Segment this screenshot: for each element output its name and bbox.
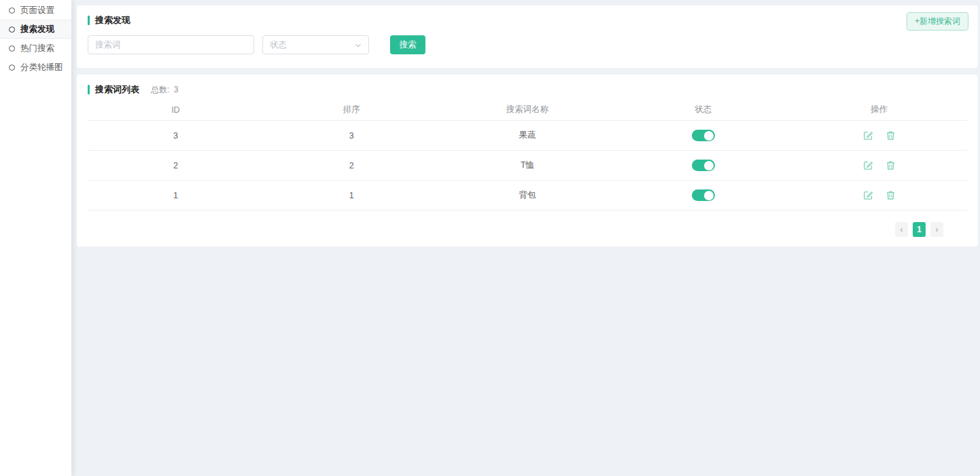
- cell-sort: 1: [264, 191, 440, 200]
- search-button[interactable]: 搜索: [390, 35, 425, 54]
- sidebar-item-label: 页面设置: [20, 5, 54, 16]
- sidebar-item-category-carousel[interactable]: 分类轮播图: [0, 58, 71, 77]
- total-count-label: 总数:: [151, 85, 169, 94]
- title-accent-bar: [88, 85, 90, 94]
- column-header-actions: 操作: [791, 104, 967, 115]
- status-toggle[interactable]: [692, 160, 715, 171]
- cell-name: 背包: [440, 189, 616, 201]
- trash-icon[interactable]: [886, 130, 896, 141]
- status-select-placeholder: 状态: [270, 39, 287, 51]
- filter-card-title-row: 搜索发现: [88, 14, 968, 26]
- table-row: 3 3 果蔬: [88, 121, 967, 151]
- sidebar-item-search-discovery[interactable]: 搜索发现: [0, 20, 71, 39]
- sidebar-item-label: 热门搜索: [20, 43, 54, 54]
- radio-circle-icon: [9, 7, 15, 14]
- toggle-knob: [704, 131, 714, 141]
- radio-circle-icon: [9, 45, 15, 52]
- filter-form-row: 状态 搜索: [88, 35, 968, 54]
- chevron-down-icon: [355, 41, 362, 48]
- cell-status: [615, 189, 791, 201]
- sidebar: 页面设置 搜索发现 热门搜索 分类轮播图: [0, 0, 71, 476]
- title-accent-bar: [88, 16, 90, 25]
- sidebar-item-label: 搜索发现: [20, 24, 54, 35]
- edit-icon[interactable]: [863, 160, 873, 170]
- column-header-status: 状态: [615, 104, 791, 115]
- page-number-button[interactable]: 1: [913, 222, 926, 237]
- sidebar-item-label: 分类轮播图: [20, 62, 63, 73]
- trash-icon[interactable]: [886, 190, 896, 200]
- column-header-id: ID: [88, 105, 264, 115]
- sidebar-item-page-settings[interactable]: 页面设置: [0, 1, 71, 20]
- table-row: 2 2 T恤: [88, 151, 967, 181]
- column-header-sort: 排序: [264, 104, 440, 115]
- table-header-row: ID 排序 搜索词名称 状态 操作: [88, 99, 967, 121]
- add-search-term-button[interactable]: +新增搜索词: [907, 12, 968, 31]
- cell-id: 3: [88, 131, 264, 141]
- trash-icon[interactable]: [886, 160, 896, 170]
- list-title: 搜索词列表: [95, 84, 139, 96]
- status-toggle[interactable]: [692, 189, 715, 201]
- cell-name: 果蔬: [440, 130, 616, 141]
- toggle-knob: [704, 161, 714, 170]
- edit-icon[interactable]: [863, 130, 873, 141]
- radio-circle-icon: [9, 65, 15, 71]
- cell-actions: [791, 130, 967, 141]
- status-select[interactable]: 状态: [262, 35, 369, 54]
- edit-icon[interactable]: [863, 190, 873, 200]
- cell-sort: 2: [264, 161, 440, 170]
- radio-circle-icon: [9, 26, 15, 33]
- sidebar-item-hot-search[interactable]: 热门搜索: [0, 39, 71, 58]
- cell-actions: [791, 190, 967, 200]
- page-title: 搜索发现: [95, 14, 130, 26]
- pagination: ‹ 1 ›: [88, 222, 943, 237]
- toggle-knob: [704, 191, 714, 200]
- column-header-name: 搜索词名称: [440, 104, 616, 115]
- cell-sort: 3: [264, 131, 440, 141]
- cell-actions: [791, 160, 967, 170]
- cell-status: [615, 130, 791, 141]
- total-count-value: 3: [174, 85, 179, 94]
- search-filter-card: 搜索发现 +新增搜索词 状态 搜索: [77, 5, 978, 68]
- list-card-title-row: 搜索词列表 总数: 3: [88, 84, 967, 96]
- cell-id: 1: [88, 191, 264, 200]
- status-toggle[interactable]: [692, 130, 715, 141]
- search-term-table: ID 排序 搜索词名称 状态 操作 3 3 果蔬: [88, 99, 967, 210]
- prev-page-button[interactable]: ‹: [895, 222, 908, 237]
- main-content: 搜索发现 +新增搜索词 状态 搜索 搜索词列表 总数: 3 ID: [71, 0, 980, 476]
- cell-name: T恤: [440, 160, 616, 171]
- total-count: 总数: 3: [149, 84, 178, 96]
- keyword-search-input[interactable]: [88, 35, 254, 54]
- next-page-button[interactable]: ›: [930, 222, 943, 237]
- search-term-list-card: 搜索词列表 总数: 3 ID 排序 搜索词名称 状态 操作 3 3 果蔬: [77, 75, 978, 246]
- cell-status: [615, 160, 791, 171]
- table-row: 1 1 背包: [88, 181, 967, 210]
- cell-id: 2: [88, 161, 264, 170]
